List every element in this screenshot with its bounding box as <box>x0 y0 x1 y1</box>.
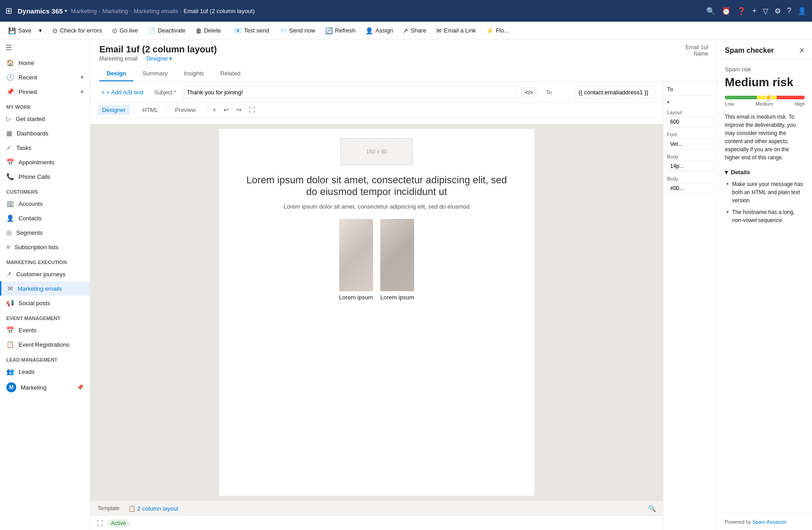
marketing-pin-icon: 📌 <box>77 384 84 391</box>
editor-toolbar-area: Designer HTML Preview + ↩ ↪ ⛶ <box>90 102 663 124</box>
sidebar-item-pinned[interactable]: 📌 Pinned ▾ <box>0 84 90 99</box>
email-canvas[interactable]: 160 x 60 Lorem ipsum dolor sit amet, con… <box>219 129 535 496</box>
undo-button[interactable]: ↩ <box>221 104 232 115</box>
add-ab-test-button[interactable]: + + Add A/B test <box>98 87 147 98</box>
sidebar-item-marketing-workspace[interactable]: M Marketing 📌 <box>0 379 90 396</box>
send-now-button[interactable]: 📨 Send now <box>275 25 320 36</box>
appointments-icon: 📅 <box>6 158 14 166</box>
sidebar-item-marketing-emails[interactable]: ✉ Marketing emails <box>0 281 90 296</box>
deactivate-button[interactable]: 📄 Deactivate <box>143 25 190 36</box>
test-send-button[interactable]: 📧 Test send <box>229 25 274 36</box>
new-record-icon[interactable]: + <box>752 7 756 15</box>
tab-insights[interactable]: Insights <box>177 66 211 81</box>
breadcrumb-marketing-emails[interactable]: Marketing emails <box>134 8 178 14</box>
subject-code-button[interactable]: </> <box>521 87 537 98</box>
app-logo[interactable]: Dynamics 365 ▾ <box>18 7 67 15</box>
spam-risk-label: Spam risk <box>725 66 805 73</box>
sidebar-item-phone-calls[interactable]: 📞 Phone Calls <box>0 169 90 184</box>
check-errors-button[interactable]: ⊙ Check for errors <box>48 25 107 36</box>
marketing-avatar: M <box>6 382 16 392</box>
accounts-icon: 🏢 <box>6 200 14 207</box>
sidebar-item-home[interactable]: 🏠 Home <box>0 56 90 70</box>
save-dropdown-button[interactable]: ▾ <box>37 25 44 36</box>
html-tab-button[interactable]: HTML <box>138 105 163 115</box>
nav-marketing[interactable]: Marketing <box>71 8 97 14</box>
spam-assassin-link[interactable]: Spam Assassin <box>752 519 786 525</box>
to-input[interactable] <box>574 86 656 98</box>
fullscreen-button[interactable]: ⛶ <box>97 520 103 527</box>
layout-label: Layout <box>667 110 714 115</box>
help-icon[interactable]: ❓ <box>737 7 746 15</box>
canvas-caption-1: Lorem ipsum <box>339 294 373 301</box>
share-icon: ↗ <box>403 27 408 34</box>
sidebar-item-subscription-lists[interactable]: ≡ Subscription lists <box>0 240 90 254</box>
editor-and-props: + + Add A/B test Subject * </> To <box>90 82 717 530</box>
template-search-button[interactable]: 🔍 <box>648 505 656 512</box>
spam-gauge-labels: Low Medium High <box>725 101 805 107</box>
delete-button[interactable]: 🗑 Delete <box>191 25 226 36</box>
designer-tab-button[interactable]: Designer <box>98 105 130 115</box>
tasks-icon: ✓ <box>6 144 12 151</box>
sidebar-item-events[interactable]: 📅 Events <box>0 323 90 337</box>
sidebar-item-social-posts[interactable]: 📢 Social posts <box>0 296 90 310</box>
tab-related[interactable]: Related <box>213 66 248 81</box>
body-color-label: Body <box>667 176 714 181</box>
sidebar-item-recent[interactable]: 🕐 Recent ▾ <box>0 70 90 84</box>
app-name: Dynamics 365 <box>18 7 63 15</box>
sidebar-toggle[interactable]: ☰ <box>0 40 90 56</box>
question-icon[interactable]: ? <box>787 7 791 15</box>
redo-button[interactable]: ↪ <box>233 104 244 115</box>
sidebar-item-appointments[interactable]: 📅 Appointments <box>0 155 90 169</box>
layout-input[interactable] <box>667 116 714 127</box>
apps-grid-icon[interactable]: ⊞ <box>5 6 12 16</box>
refresh-button[interactable]: 🔄 Refresh <box>321 25 360 36</box>
app-dropdown-arrow[interactable]: ▾ <box>65 8 67 14</box>
body-color-input[interactable] <box>667 183 714 194</box>
user-icon[interactable]: 👤 <box>798 7 807 15</box>
breadcrumb-marketing[interactable]: Marketing <box>103 8 128 14</box>
go-live-button[interactable]: ⊙ Go live <box>107 25 142 36</box>
sidebar-item-leads[interactable]: 👥 Leads <box>0 364 90 379</box>
body-size-input[interactable] <box>667 161 714 172</box>
template-link[interactable]: 📋 2 column layout <box>128 505 178 512</box>
sidebar-item-customer-journeys[interactable]: ↗ Customer journeys <box>0 267 90 281</box>
editor-main: + + Add A/B test Subject * </> To <box>90 82 663 530</box>
spam-details-label: Details <box>731 169 750 176</box>
spam-details-chevron: ▾ <box>725 169 728 176</box>
event-mgmt-header: Event management <box>0 310 90 323</box>
spam-details-toggle[interactable]: ▾ Details <box>725 169 805 176</box>
save-button[interactable]: 💾 Save <box>4 25 36 36</box>
add-element-button[interactable]: + <box>210 104 219 115</box>
sidebar-item-get-started[interactable]: ▷ Get started <box>0 112 90 126</box>
expand-button[interactable]: ⛶ <box>246 104 258 115</box>
record-view[interactable]: Designer ▾ <box>146 56 172 62</box>
assign-button[interactable]: 👤 Assign <box>361 25 397 36</box>
email-link-button[interactable]: ✉ Email a Link <box>432 25 481 36</box>
sidebar-item-tasks[interactable]: ✓ Tasks <box>0 140 90 155</box>
spam-checker-close-button[interactable]: ✕ <box>799 46 805 55</box>
deactivate-icon: 📄 <box>148 27 155 34</box>
canvas-image-block-1: Lorem ipsum <box>339 219 373 301</box>
customer-journeys-icon: ↗ <box>6 270 12 278</box>
go-live-icon: ⊙ <box>112 27 117 34</box>
sidebar-item-event-registrations[interactable]: 📋 Event Registrations <box>0 337 90 352</box>
flow-button[interactable]: ⚡ Flo... <box>481 25 513 36</box>
preview-tab-button[interactable]: Preview <box>170 105 200 115</box>
top-navigation: ⊞ Dynamics 365 ▾ Marketing › Marketing ›… <box>0 0 812 22</box>
sidebar-item-accounts[interactable]: 🏢 Accounts <box>0 196 90 211</box>
tab-design[interactable]: Design <box>99 66 133 81</box>
filter-icon[interactable]: ▽ <box>763 7 768 15</box>
sidebar-item-contacts[interactable]: 👤 Contacts <box>0 211 90 225</box>
font-input[interactable] <box>667 139 714 149</box>
tab-summary[interactable]: Summary <box>135 66 175 81</box>
clock-icon[interactable]: ⏰ <box>722 7 731 15</box>
canvas-image-2 <box>380 219 414 291</box>
content-area: Email 1uf (2 column layout) Marketing em… <box>90 40 717 530</box>
settings-icon[interactable]: ⚙ <box>775 7 781 15</box>
subject-input[interactable] <box>183 86 518 98</box>
share-button[interactable]: ↗ Share <box>398 25 431 36</box>
social-posts-icon: 📢 <box>6 299 14 307</box>
sidebar-item-segments[interactable]: ◎ Segments <box>0 225 90 240</box>
search-icon[interactable]: 🔍 <box>706 7 715 15</box>
sidebar-item-dashboards[interactable]: ▦ Dashboards <box>0 126 90 140</box>
